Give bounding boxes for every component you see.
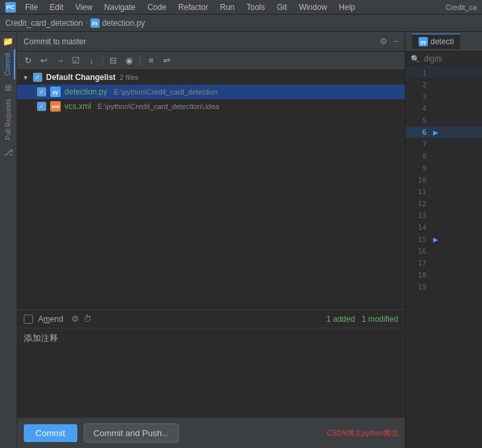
watermark: CSDN博主python爬虫: [327, 428, 398, 438]
changelist-chevron: ▼: [22, 74, 29, 81]
toolbar-expand[interactable]: ≡: [144, 54, 158, 68]
line-num-6: 6: [405, 128, 433, 137]
toolbar-undo[interactable]: ↩: [37, 54, 52, 68]
file-name-detection: detection.py: [65, 87, 108, 96]
changelist-count: 2 files: [120, 73, 139, 81]
line-num-8: 8: [405, 152, 433, 161]
menu-run[interactable]: Run: [215, 1, 240, 13]
file-checkbox-detection[interactable]: ✓: [37, 87, 46, 96]
menu-tools[interactable]: Tools: [241, 1, 270, 13]
toolbar-diff[interactable]: ⊟: [106, 54, 121, 68]
toolbar-view[interactable]: ◉: [122, 54, 137, 68]
line-row-7: 7: [405, 138, 482, 150]
amend-settings-icon[interactable]: ⚙: [71, 314, 79, 324]
tab-py-icon: py: [419, 37, 428, 46]
status-added: 1 added: [326, 315, 355, 324]
tab-label: detecti: [430, 37, 454, 46]
menu-navigate[interactable]: Navigate: [99, 1, 141, 13]
panel-settings-icon[interactable]: ⚙: [380, 36, 388, 46]
toolbar-checkin[interactable]: ☑: [69, 54, 83, 68]
line-num-2: 2: [405, 81, 433, 89]
changelist-checkbox[interactable]: ✓: [33, 73, 42, 82]
file-name-vcs: vcs.xml: [65, 102, 91, 111]
main-layout: 📁 Commit ⊞ Pull Requests ⎇ Commit to mas…: [0, 32, 482, 448]
changelist-header[interactable]: ▼ ✓ Default Changelist 2 files: [17, 70, 405, 85]
breadcrumb-sep: ›: [85, 19, 87, 26]
line-num-3: 3: [405, 93, 433, 101]
right-panel-tab[interactable]: py detecti: [412, 34, 460, 49]
status-info: 1 added 1 modified: [326, 315, 398, 324]
menu-refactor[interactable]: Refactor: [173, 1, 213, 13]
file-py-icon: py: [90, 19, 100, 28]
sidebar-icon-git[interactable]: ⎇: [1, 145, 15, 159]
commit-message-area: 添加注释: [17, 328, 405, 418]
line-row-10: 10: [405, 174, 482, 186]
commit-button[interactable]: Commit: [24, 424, 77, 442]
toolbar-collapse[interactable]: ⇌: [160, 54, 174, 68]
sidebar-icon-structure[interactable]: ⊞: [1, 81, 15, 94]
menu-bar: File Edit View Navigate Code Refactor Ru…: [20, 1, 361, 13]
breadcrumb-file[interactable]: py detection.py: [90, 19, 145, 28]
toolbar-redo[interactable]: →: [53, 54, 67, 68]
file-item-detection[interactable]: ✓ py detection.py E:\python\Credit_card_…: [17, 85, 405, 99]
line-num-18: 18: [405, 271, 433, 280]
menu-view[interactable]: View: [70, 1, 98, 13]
line-num-1: 1: [405, 69, 433, 77]
line-num-9: 9: [405, 164, 433, 172]
changelist-label: Default Changelist: [46, 73, 116, 82]
menu-git[interactable]: Git: [271, 1, 292, 13]
toolbar-refresh[interactable]: ↻: [21, 54, 36, 68]
line-row-19: 19: [405, 281, 482, 293]
commit-message-input[interactable]: 添加注释: [24, 332, 398, 412]
line-row-17: 17: [405, 257, 482, 269]
panel-close-icon[interactable]: −: [393, 36, 398, 46]
toolbar-sep-2: [140, 56, 141, 66]
menu-window[interactable]: Window: [294, 1, 333, 13]
commit-push-button[interactable]: Commit and Push...: [84, 424, 179, 443]
line-gutter-6: ▶: [433, 129, 442, 136]
file-item-vcs[interactable]: ✓ xml vcs.xml E:\python\Credit_card_dete…: [17, 99, 405, 114]
toolbar-download[interactable]: ↓: [85, 54, 99, 68]
amend-checkbox[interactable]: [24, 315, 33, 324]
sidebar-tab-pull-requests[interactable]: Pull Requests: [2, 95, 15, 144]
breadcrumb-project[interactable]: Credit_card_detection: [5, 19, 83, 28]
window-title: Credit_ca: [446, 3, 477, 11]
search-icon: 🔍: [411, 55, 420, 63]
panel-title: Commit to master: [24, 37, 86, 46]
right-panel-search: 🔍: [405, 52, 482, 67]
line-num-4: 4: [405, 104, 433, 113]
sidebar-tab-commit[interactable]: Commit: [1, 49, 15, 79]
file-path-detection: E:\python\Credit_card_detection: [114, 88, 218, 96]
right-panel-header: py detecti: [405, 32, 482, 52]
sidebar-icon-project[interactable]: 📁: [1, 34, 15, 48]
line-row-2: 2: [405, 79, 482, 91]
panel-header-icons: ⚙ −: [380, 36, 398, 46]
menu-file[interactable]: File: [20, 1, 43, 13]
right-panel: py detecti 🔍 1 2 3 4 5: [405, 32, 482, 448]
commit-actions: Commit Commit and Push... CSDN博主python爬虫: [17, 418, 405, 448]
line-row-1: 1: [405, 67, 482, 79]
line-num-14: 14: [405, 223, 433, 232]
menu-code[interactable]: Code: [142, 1, 172, 13]
amend-bar: Amend ⚙ ⏱ 1 added 1 modified: [17, 310, 405, 328]
search-input[interactable]: [424, 54, 477, 63]
line-num-13: 13: [405, 211, 433, 220]
amend-label: Amend: [38, 315, 63, 324]
menu-help[interactable]: Help: [333, 1, 361, 13]
line-numbers: 1 2 3 4 5 6 ▶ 7 8: [405, 67, 482, 448]
panel-header: Commit to master ⚙ −: [17, 32, 405, 52]
amend-history-icon[interactable]: ⏱: [83, 314, 92, 324]
line-row-14: 14: [405, 221, 482, 233]
file-py-icon-detection: py: [50, 87, 61, 97]
line-row-16: 16: [405, 245, 482, 257]
menu-edit[interactable]: Edit: [44, 1, 69, 13]
breadcrumb: Credit_card_detection › py detection.py: [0, 15, 482, 32]
line-row-5: 5: [405, 114, 482, 126]
line-row-12: 12: [405, 198, 482, 209]
line-row-8: 8: [405, 150, 482, 162]
commit-panel: Commit to master ⚙ − ↻ ↩ → ☑ ↓ ⊟ ◉ ≡ ⇌ ▼…: [17, 32, 405, 448]
line-row-9: 9: [405, 162, 482, 174]
line-gutter-15: ▶: [433, 236, 442, 243]
file-checkbox-vcs[interactable]: ✓: [37, 102, 46, 111]
bottom-section: Amend ⚙ ⏱ 1 added 1 modified 添加注释 Commit…: [17, 309, 405, 448]
